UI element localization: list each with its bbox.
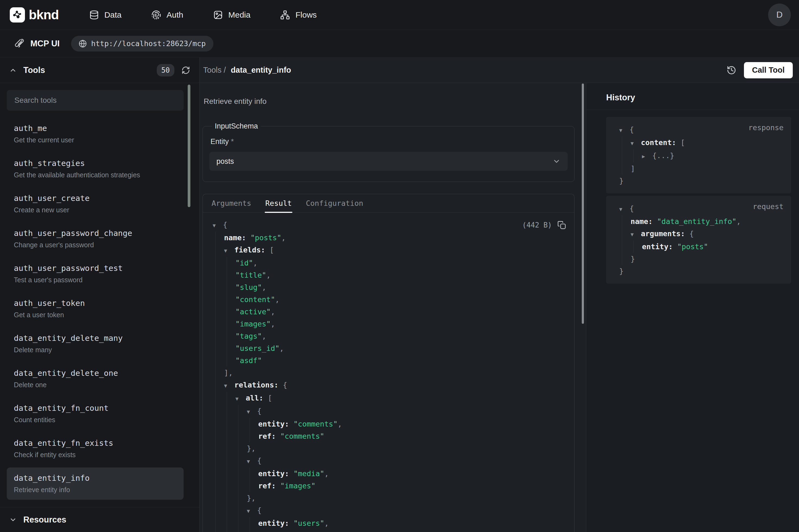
json-line: ▼{ bbox=[207, 218, 567, 232]
json-line: entity: "posts" bbox=[614, 241, 783, 253]
json-line: ▼fields: [ bbox=[207, 244, 567, 257]
tool-name: auth_user_token bbox=[14, 299, 176, 308]
json-line: name: "posts", bbox=[207, 232, 567, 244]
tool-list-item-auth_strategies[interactable]: auth_strategiesGet the available authent… bbox=[7, 153, 184, 185]
json-line: "asdf" bbox=[207, 355, 567, 366]
json-line: ref: "comments" bbox=[207, 430, 567, 442]
refresh-icon[interactable] bbox=[182, 66, 190, 75]
tab-arguments[interactable]: Arguments bbox=[211, 199, 252, 212]
tools-list: auth_meGet the current userauth_strategi… bbox=[7, 118, 184, 500]
tab-result[interactable]: Result bbox=[265, 199, 292, 212]
mcp-url: http://localhost:28623/mcp bbox=[91, 39, 206, 48]
json-toggle-arrow[interactable]: ▼ bbox=[631, 137, 641, 149]
tool-name: auth_user_password_test bbox=[14, 264, 176, 273]
nav-item-data[interactable]: Data bbox=[89, 10, 121, 20]
json-line: ▼all: [ bbox=[207, 392, 567, 405]
nav-item-label: Auth bbox=[167, 10, 183, 20]
result-card: ArgumentsResultConfiguration (442 B) bbox=[203, 194, 574, 532]
history-title: History bbox=[586, 83, 799, 102]
tool-desc: Delete many bbox=[14, 346, 176, 354]
json-line: ref: "users" bbox=[207, 529, 567, 532]
tool-desc: Change a user's password bbox=[14, 241, 176, 249]
json-line: name: "data_entity_info", bbox=[614, 215, 783, 228]
nav-item-label: Media bbox=[228, 10, 251, 20]
mcp-icon bbox=[14, 38, 24, 49]
history-panel: History response▼{▼content: [▶{...}]}req… bbox=[586, 83, 799, 532]
globe-icon bbox=[79, 40, 87, 48]
tool-name: data_entity_fn_exists bbox=[14, 438, 176, 448]
json-line: entity: "comments", bbox=[207, 418, 567, 430]
json-toggle-arrow[interactable]: ▼ bbox=[619, 203, 629, 215]
tool-list-item-auth_me[interactable]: auth_meGet the current user bbox=[7, 118, 184, 150]
tool-name: data_entity_info bbox=[14, 473, 176, 483]
resources-section-header[interactable]: Resources bbox=[0, 507, 199, 532]
json-toggle-arrow[interactable]: ▼ bbox=[247, 455, 257, 468]
tool-list-item-data_entity_delete_many[interactable]: data_entity_delete_manyDelete many bbox=[7, 327, 184, 360]
header-actions: Call Tool bbox=[727, 62, 793, 78]
json-line: ▼{ bbox=[614, 124, 783, 136]
json-toggle-arrow[interactable]: ▼ bbox=[247, 406, 257, 418]
sidebar-scrollbar[interactable] bbox=[188, 84, 190, 207]
tool-desc: Retrieve entity info bbox=[14, 486, 176, 494]
tools-sidebar: Tools 50 auth_meGet the current userauth… bbox=[0, 57, 200, 532]
tool-detail-panel: Retrieve entity info InputSchema Entity*… bbox=[200, 83, 586, 532]
breadcrumb: Tools / data_entity_info bbox=[203, 65, 291, 75]
tool-desc: Get a user token bbox=[14, 311, 176, 319]
json-line: ▼arguments: { bbox=[614, 228, 783, 241]
json-toggle-arrow[interactable]: ▼ bbox=[619, 124, 629, 136]
history-icon[interactable] bbox=[727, 65, 736, 75]
tool-list-item-data_entity_delete_one[interactable]: data_entity_delete_oneDelete one bbox=[7, 363, 184, 395]
app-window: bknd DataAuthMediaFlows D MCP UI http://… bbox=[0, 0, 799, 532]
tools-section-header[interactable]: Tools 50 bbox=[0, 57, 199, 83]
json-line: ref: "images" bbox=[207, 480, 567, 492]
search-input[interactable] bbox=[7, 90, 184, 111]
entity-select[interactable]: posts bbox=[209, 152, 568, 171]
tool-header-bar: Tools / data_entity_info Call Tool bbox=[200, 57, 799, 83]
history-entry-response[interactable]: response▼{▼content: [▶{...}]} bbox=[606, 117, 791, 193]
json-line: ] bbox=[614, 163, 783, 175]
json-line: } bbox=[614, 253, 783, 265]
database-icon bbox=[89, 10, 99, 20]
json-line: "id", bbox=[207, 257, 567, 269]
tool-name: auth_user_create bbox=[14, 194, 176, 203]
tool-name: auth_user_password_change bbox=[14, 229, 176, 238]
json-toggle-arrow[interactable]: ▶ bbox=[642, 150, 652, 163]
tool-list-item-auth_user_token[interactable]: auth_user_tokenGet a user token bbox=[7, 292, 184, 325]
user-avatar[interactable]: D bbox=[768, 3, 791, 26]
nav-item-flows[interactable]: Flows bbox=[280, 10, 317, 20]
main-scrollbar[interactable] bbox=[582, 83, 584, 324]
tool-desc: Test a user's password bbox=[14, 276, 176, 284]
call-tool-button[interactable]: Call Tool bbox=[744, 62, 793, 78]
primary-nav: DataAuthMediaFlows bbox=[89, 10, 317, 20]
json-toggle-arrow[interactable]: ▼ bbox=[224, 245, 234, 257]
tool-description: Retrieve entity info bbox=[204, 97, 574, 106]
tool-list-item-data_entity_info[interactable]: data_entity_infoRetrieve entity info bbox=[7, 468, 184, 500]
nav-item-label: Flows bbox=[296, 10, 317, 20]
history-divider bbox=[586, 110, 799, 110]
breadcrumb-section[interactable]: Tools bbox=[203, 65, 222, 74]
json-toggle-arrow[interactable]: ▼ bbox=[247, 505, 257, 517]
json-toggle-arrow[interactable]: ▼ bbox=[631, 228, 641, 241]
nav-item-auth[interactable]: Auth bbox=[151, 10, 183, 20]
json-line: "tags", bbox=[207, 330, 567, 342]
mcp-url-pill[interactable]: http://localhost:28623/mcp bbox=[71, 36, 213, 52]
json-toggle-arrow[interactable]: ▼ bbox=[224, 380, 234, 392]
tool-list-item-data_entity_fn_exists[interactable]: data_entity_fn_existsCheck if entity exi… bbox=[7, 433, 184, 465]
tools-section-title: Tools bbox=[23, 65, 45, 75]
tool-list-item-auth_user_password_test[interactable]: auth_user_password_testTest a user's pas… bbox=[7, 258, 184, 290]
tool-list-item-auth_user_password_change[interactable]: auth_user_password_changeChange a user's… bbox=[7, 223, 184, 255]
tool-list-item-data_entity_fn_count[interactable]: data_entity_fn_countCount entities bbox=[7, 398, 184, 430]
json-line: entity: "media", bbox=[207, 468, 567, 480]
json-toggle-arrow[interactable]: ▼ bbox=[213, 220, 223, 232]
tab-configuration[interactable]: Configuration bbox=[305, 199, 364, 212]
image-icon bbox=[213, 10, 223, 20]
history-entry-request[interactable]: request▼{name: "data_entity_info",▼argum… bbox=[606, 196, 791, 284]
json-line: ▼{ bbox=[207, 504, 567, 517]
flow-icon bbox=[280, 10, 290, 20]
chevron-down-icon bbox=[9, 516, 17, 524]
nav-item-media[interactable]: Media bbox=[213, 10, 251, 20]
json-line: ▼{ bbox=[207, 405, 567, 418]
json-toggle-arrow[interactable]: ▼ bbox=[235, 393, 246, 405]
brand[interactable]: bknd bbox=[10, 7, 59, 22]
tool-list-item-auth_user_create[interactable]: auth_user_createCreate a new user bbox=[7, 188, 184, 220]
